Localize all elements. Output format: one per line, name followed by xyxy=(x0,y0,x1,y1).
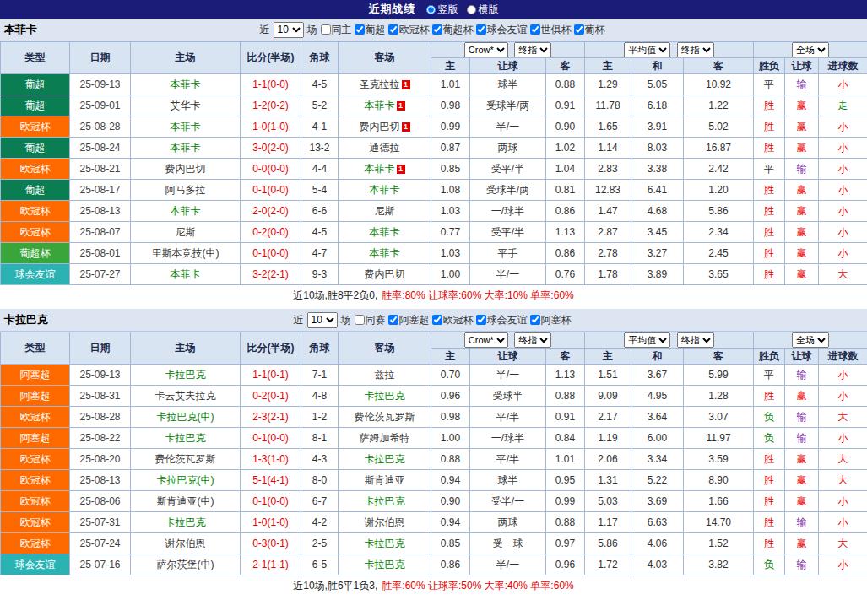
team-name: 圣克拉拉 xyxy=(360,78,400,90)
red-card-badge: 1 xyxy=(397,165,405,174)
match-date: 25-09-13 xyxy=(70,74,131,95)
ah-source-select[interactable]: Crow* xyxy=(464,42,508,57)
ah-line: 平/半 xyxy=(470,407,546,428)
ah-away-odds: 0.91 xyxy=(546,95,585,116)
filter-bar: 卡拉巴克 近 10 场 同赛阿塞超欧冠杯球会友谊阿塞杯 xyxy=(0,309,867,332)
match-row: 阿塞超25-09-13卡拉巴克1-1(0-1)7-1兹拉0.70半/一1.131… xyxy=(1,365,867,386)
match-count-select[interactable]: 10 xyxy=(307,312,338,328)
corner-score: 4-2 xyxy=(301,512,339,533)
match-type: 球会友谊 xyxy=(1,554,70,575)
summary-rates: 胜率:60% 让球率:50% 大率:40% 单率:60% xyxy=(382,579,573,593)
away-team: 圣克拉拉1 xyxy=(339,74,431,95)
ah-home-odds: 0.94 xyxy=(431,512,470,533)
match-type: 阿塞超 xyxy=(1,386,70,407)
team-name: 里斯本竞技(中) xyxy=(152,247,219,259)
eu-source-select[interactable]: 平均值 xyxy=(624,42,670,57)
layout-radio-vertical[interactable]: 竖版 xyxy=(426,3,458,17)
filter-checkbox[interactable]: 球会友谊 xyxy=(476,23,528,37)
filter-checkbox[interactable]: 欧冠杯 xyxy=(388,23,430,37)
ah-final-select[interactable]: 终指 xyxy=(514,332,551,348)
filter-checkbox[interactable]: 葡超 xyxy=(355,23,386,37)
filter-checkbox-input[interactable] xyxy=(388,24,398,35)
filter-checkbox-input[interactable] xyxy=(476,315,486,325)
team-name: 本菲卡 xyxy=(370,247,400,259)
ah-final-select[interactable]: 终指 xyxy=(514,42,551,57)
goals-outcome: 大 xyxy=(819,470,867,491)
result-outcome: 负 xyxy=(754,407,785,428)
filter-checkbox[interactable]: 葡杯 xyxy=(574,23,605,37)
ah-home-odds: 0.86 xyxy=(431,554,470,575)
filter-checkbox-input[interactable] xyxy=(355,24,365,35)
eu-final-select[interactable]: 终指 xyxy=(677,42,714,57)
corner-score: 7-1 xyxy=(301,365,339,386)
filter-checkbox[interactable]: 阿塞杯 xyxy=(530,313,572,327)
ah-home-odds: 0.98 xyxy=(431,407,470,428)
away-team: 本菲卡1 xyxy=(339,95,431,116)
filter-checkbox-input[interactable] xyxy=(574,24,584,35)
match-date: 25-08-13 xyxy=(70,470,131,491)
match-tbody: 葡超25-09-13本菲卡1-1(0-0)4-5圣克拉拉11.01球半0.881… xyxy=(1,74,867,285)
team-name: 斯肯迪亚 xyxy=(365,474,405,486)
layout-radio-input[interactable] xyxy=(467,5,476,14)
team-name: 卡拉巴克 xyxy=(165,369,206,381)
col-corner: 角球 xyxy=(301,332,339,365)
layout-radio-input[interactable] xyxy=(426,5,436,14)
eu-source-select[interactable]: 平均值 xyxy=(624,332,670,348)
ah-line: 平手 xyxy=(470,243,546,264)
filter-checkbox-input[interactable] xyxy=(321,24,331,35)
filter-checkbox-input[interactable] xyxy=(432,24,442,35)
filter-checkbox[interactable]: 阿塞超 xyxy=(388,313,430,327)
col-ah-away: 客 xyxy=(546,349,585,365)
filter-checkbox[interactable]: 世俱杯 xyxy=(530,23,572,37)
away-team: 卡拉巴克 xyxy=(339,491,431,512)
match-score: 0-0(0-0) xyxy=(241,159,301,180)
filter-checkbox[interactable]: 同主 xyxy=(321,23,352,37)
match-score: 0-1(0-0) xyxy=(241,428,301,449)
eu-draw-odds: 6.00 xyxy=(631,428,684,449)
match-type: 欧冠杯 xyxy=(1,407,70,428)
result-outcome: 胜 xyxy=(754,491,785,512)
result-outcome: 胜 xyxy=(754,180,785,201)
filter-checkbox-input[interactable] xyxy=(530,24,540,35)
result-outcome: 胜 xyxy=(754,449,785,470)
match-type: 欧冠杯 xyxy=(1,533,70,554)
goals-outcome: 小 xyxy=(819,159,867,180)
eu-draw-odds: 3.38 xyxy=(631,159,684,180)
col-eu-away: 客 xyxy=(684,349,754,365)
filter-bar: 本菲卡 近 10 场 同主葡超欧冠杯葡超杯球会友谊世俱杯葡杯 xyxy=(0,19,867,41)
filter-checkbox-input[interactable] xyxy=(530,315,540,325)
goals-outcome: 小 xyxy=(819,222,867,243)
full-match-select[interactable]: 全场 xyxy=(792,332,829,348)
ah-line: 受球半 xyxy=(470,386,546,407)
team-name: 卡拉巴克 xyxy=(365,390,405,402)
home-team: 卡云艾夫拉克 xyxy=(131,386,241,407)
filter-checkbox[interactable]: 球会友谊 xyxy=(476,313,528,327)
away-team: 本菲卡1 xyxy=(339,159,431,180)
layout-radio-horizontal[interactable]: 横版 xyxy=(467,3,499,17)
match-count-select[interactable]: 10 xyxy=(274,22,304,38)
filter-checkbox-input[interactable] xyxy=(476,24,486,35)
goals-outcome: 小 xyxy=(819,554,867,575)
full-match-select[interactable]: 全场 xyxy=(792,42,829,57)
eu-home-odds: 1.14 xyxy=(585,138,631,159)
match-row: 欧冠杯25-08-21费内巴切0-0(0-0)4-4本菲卡10.85受平/半1.… xyxy=(1,159,867,180)
ah-away-odds: 1.13 xyxy=(546,222,585,243)
eu-final-select[interactable]: 终指 xyxy=(677,332,714,348)
eu-away-odds: 3.65 xyxy=(684,264,754,285)
goals-outcome: 大 xyxy=(819,264,867,285)
eu-draw-odds: 3.45 xyxy=(631,222,684,243)
eu-away-odds: 1.66 xyxy=(684,491,754,512)
match-score: 1-1(0-1) xyxy=(241,365,301,386)
home-team: 卡拉巴克 xyxy=(131,512,241,533)
filter-checkbox-input[interactable] xyxy=(355,315,365,325)
filter-checkbox[interactable]: 欧冠杯 xyxy=(432,313,474,327)
filter-checkbox[interactable]: 葡超杯 xyxy=(432,23,474,37)
filter-checkbox-input[interactable] xyxy=(432,315,442,325)
filter-checkbox[interactable]: 同赛 xyxy=(355,313,386,327)
filter-checkbox-input[interactable] xyxy=(388,315,398,325)
summary-record: 近10场,胜8平2负0, xyxy=(293,289,377,303)
ah-source-select[interactable]: Crow* xyxy=(464,332,508,348)
ah-home-odds: 0.99 xyxy=(431,116,470,138)
home-team: 谢尔伯恩 xyxy=(131,533,241,554)
page-title: 近期战绩 xyxy=(369,2,416,17)
